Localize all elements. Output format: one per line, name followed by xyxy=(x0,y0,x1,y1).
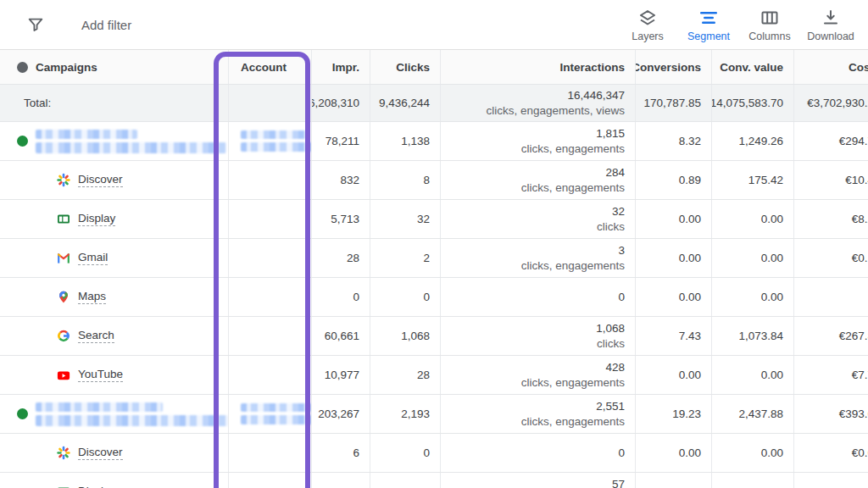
campaign-name-cell[interactable] xyxy=(0,395,229,433)
conversions-cell: 0.00 xyxy=(636,356,712,394)
clicks-cell: 8 xyxy=(370,161,441,199)
interactions-sub: clicks, engagements xyxy=(441,258,625,274)
download-icon xyxy=(821,8,841,28)
redacted-text-line xyxy=(36,130,137,139)
cost-cell: €8.2 xyxy=(794,200,868,238)
account-name-cell[interactable] xyxy=(229,395,312,433)
interactions-cell: 428clicks, engagements xyxy=(441,356,636,394)
toolbar-actions: Layers Segment Columns xyxy=(617,4,868,46)
conv-value-cell: 0.00 xyxy=(712,473,794,488)
column-header-account[interactable]: Account xyxy=(229,50,312,84)
cost-cell: €6.9 xyxy=(794,473,868,488)
table-toolbar: Add filter Layers Segment xyxy=(0,0,868,50)
clicks-cell: 1,138 xyxy=(370,122,441,160)
total-interactions-sub: clicks, engagements, views xyxy=(441,103,625,119)
display-icon xyxy=(57,485,70,488)
youtube-icon xyxy=(57,369,70,382)
conversions-cell: 0.00 xyxy=(636,200,712,238)
total-interactions-value: 16,446,347 xyxy=(441,88,625,103)
impr-cell: 28 xyxy=(312,239,370,277)
total-conversions: 170,787.85 xyxy=(636,85,712,121)
campaign-name-cell[interactable] xyxy=(0,122,229,160)
channel-link[interactable]: Gmail xyxy=(78,251,108,265)
conv-value-cell: 175.42 xyxy=(712,161,794,199)
account-name-cell[interactable] xyxy=(229,122,312,160)
interactions-value: 1,815 xyxy=(441,126,625,141)
redacted-text-line xyxy=(241,415,312,424)
column-header-campaigns[interactable]: Campaigns xyxy=(0,50,229,84)
clicks-cell: 57 xyxy=(370,473,441,488)
interactions-sub: clicks xyxy=(441,336,625,352)
campaign-status-enabled-icon xyxy=(17,136,28,147)
interactions-value: 0 xyxy=(441,446,625,461)
clicks-cell: 2,193 xyxy=(370,395,441,433)
channel-link[interactable]: Discover xyxy=(78,173,123,187)
channel-link[interactable]: Maps xyxy=(78,290,106,304)
redacted-text-line xyxy=(36,402,163,412)
channel-link[interactable]: Search xyxy=(78,329,114,343)
column-header-conv-value[interactable]: Conv. value xyxy=(712,50,794,84)
interactions-sub: clicks, engagements xyxy=(441,180,625,196)
channel-link[interactable]: Display xyxy=(78,212,115,226)
conv-value-cell: 1,073.84 xyxy=(712,317,794,355)
cost-cell: €267.8 xyxy=(794,317,868,355)
columns-icon xyxy=(760,8,780,28)
interactions-cell: 57clicks xyxy=(441,473,636,488)
columns-button[interactable]: Columns xyxy=(739,4,800,46)
conversions-cell: 0.00 xyxy=(636,278,712,316)
interactions-cell: 2,551clicks, engagements xyxy=(441,395,636,433)
add-filter-button[interactable]: Add filter xyxy=(81,18,131,32)
channel-link[interactable]: Discover xyxy=(78,446,123,460)
total-label-cell: Total: xyxy=(0,85,229,121)
account-name-cell xyxy=(229,200,312,238)
cost-cell: €7.7 xyxy=(794,356,868,394)
column-header-cost[interactable]: Cost xyxy=(794,50,868,84)
filter-icon[interactable] xyxy=(24,13,47,36)
column-header-interactions[interactable]: Interactions xyxy=(441,50,636,84)
impr-cell: 60,661 xyxy=(312,317,370,355)
column-header-conversions[interactable]: Conversions xyxy=(636,50,712,84)
clicks-cell: 1,068 xyxy=(370,317,441,355)
column-header-clicks[interactable]: Clicks xyxy=(370,50,441,84)
column-header-impr[interactable]: Impr. xyxy=(312,50,370,84)
channel-link[interactable]: Display xyxy=(78,485,115,488)
channel-cell: Discover xyxy=(17,446,123,460)
conversions-cell: 0.89 xyxy=(636,161,712,199)
table-row: YouTube10,97728428clicks, engagements0.0… xyxy=(0,356,868,395)
channel-cell: Gmail xyxy=(17,251,108,265)
table-row: Discover6000.000.00€0.0 xyxy=(0,434,868,473)
cost-cell: €393.0 xyxy=(794,395,868,433)
channel-cell: Search xyxy=(17,329,114,343)
total-interactions: 16,446,347 clicks, engagements, views xyxy=(441,85,636,121)
conv-value-cell: 1,249.26 xyxy=(712,122,794,160)
conversions-cell: 7.43 xyxy=(636,317,712,355)
clicks-cell: 2 xyxy=(370,239,441,277)
redacted-text-line xyxy=(241,142,312,152)
table-body: 78,2111,1381,815clicks, engagements8.321… xyxy=(0,122,868,488)
segment-button[interactable]: Segment xyxy=(678,4,739,46)
cost-cell: €10.4 xyxy=(794,161,868,199)
layers-button[interactable]: Layers xyxy=(617,4,678,46)
maps-icon xyxy=(57,291,70,304)
campaign-status-filter-icon[interactable] xyxy=(17,62,28,73)
clicks-cell: 0 xyxy=(370,434,441,472)
total-account-cell xyxy=(229,85,312,121)
table-row: Search60,6611,0681,068clicks7.431,073.84… xyxy=(0,317,868,356)
interactions-cell: 1,815clicks, engagements xyxy=(441,122,636,160)
interactions-value: 32 xyxy=(441,204,625,219)
campaigns-table: Campaigns Account Impr. Clicks Interacti… xyxy=(0,50,868,488)
download-button[interactable]: Download xyxy=(800,4,861,46)
conversions-cell: 8.32 xyxy=(636,122,712,160)
channel-link[interactable]: YouTube xyxy=(78,368,123,382)
cost-cell: €0.0 xyxy=(794,434,868,472)
interactions-sub: clicks, engagements xyxy=(441,141,625,157)
interactions-value: 0 xyxy=(441,290,625,305)
impr-cell: 78,211 xyxy=(312,122,370,160)
table-row: Display5,7133232clicks0.000.00€8.2 xyxy=(0,200,868,239)
interactions-sub: clicks, engagements xyxy=(441,375,625,391)
conv-value-cell: 0.00 xyxy=(712,434,794,472)
layers-label: Layers xyxy=(632,30,664,42)
impr-cell: 5,713 xyxy=(312,200,370,238)
clicks-cell: 0 xyxy=(370,278,441,316)
table-row: Display6,1705757clicks0.000.00€6.9 xyxy=(0,473,868,488)
